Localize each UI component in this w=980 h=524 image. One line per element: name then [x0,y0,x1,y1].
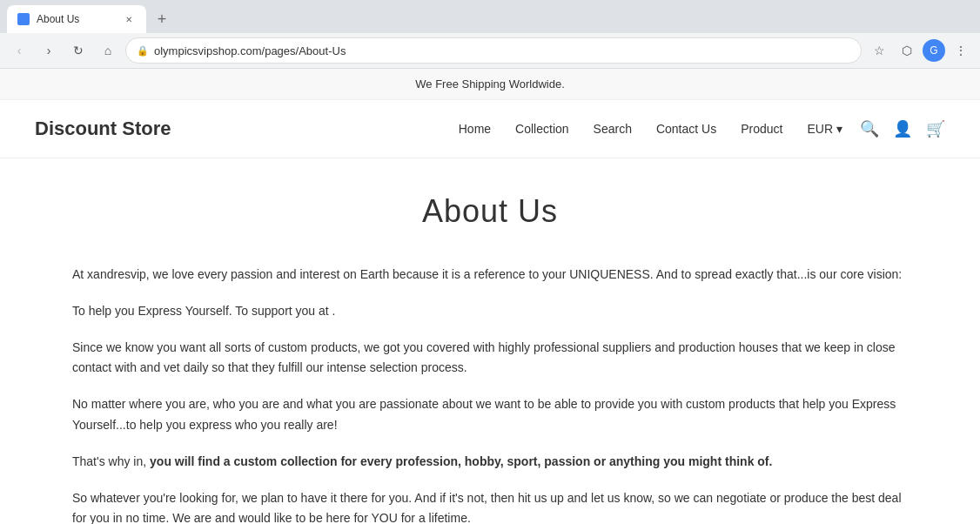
page-title: About Us [72,193,908,230]
nav-home[interactable]: Home [459,122,491,136]
address-bar[interactable]: 🔒 olympicsvipshop.com/pages/About-Us [125,37,862,64]
bookmark-icon[interactable]: ☆ [867,38,891,63]
active-tab[interactable]: About Us ✕ [7,5,146,33]
tab-bar: About Us ✕ + [0,0,980,33]
tab-close-button[interactable]: ✕ [122,12,136,26]
profile-icon[interactable]: G [923,39,945,62]
nav-search[interactable]: Search [594,122,632,136]
refresh-button[interactable]: ↻ [66,38,91,63]
toolbar-right: ☆ ⬡ G ⋮ [867,38,973,63]
paragraph-4: No matter where you are, who you are and… [72,394,908,436]
search-icon[interactable]: 🔍 [860,119,879,138]
account-icon[interactable]: 👤 [893,119,912,138]
cart-icon[interactable]: 🛒 [926,119,945,138]
url-text: olympicsvipshop.com/pages/About-Us [154,44,850,57]
nav-product[interactable]: Product [741,122,782,136]
forward-button[interactable]: › [37,38,61,63]
paragraph-2: To help you Express Yourself. To support… [72,301,908,322]
paragraph-5-bold: you will find a custom collection for ev… [150,454,772,468]
secure-icon: 🔒 [137,45,149,57]
back-button[interactable]: ‹ [7,38,31,63]
browser-toolbar: ‹ › ↻ ⌂ 🔒 olympicsvipshop.com/pages/Abou… [0,33,980,68]
menu-icon[interactable]: ⋮ [949,38,973,63]
paragraph-6: So whatever you're looking for, we plan … [72,488,908,524]
announcement-text: We Free Shipping Worldwide. [415,77,565,91]
site-header: Discount Store Home Collection Search Co… [0,100,980,158]
currency-selector[interactable]: EUR ▾ [807,122,842,136]
paragraph-5-before: That's why in, [72,454,150,468]
site-nav: Home Collection Search Contact Us Produc… [459,122,842,136]
main-content: About Us At xandresvip, we love every pa… [55,158,925,524]
paragraph-5: That's why in, you will find a custom co… [72,452,908,473]
extensions-icon[interactable]: ⬡ [895,38,919,63]
currency-label: EUR [807,122,833,136]
header-icons: 🔍 👤 🛒 [860,119,945,138]
nav-contact[interactable]: Contact Us [656,122,716,136]
currency-arrow: ▾ [836,122,842,136]
paragraph-1: At xandresvip, we love every passion and… [72,265,908,286]
tab-title: About Us [37,13,79,25]
nav-collection[interactable]: Collection [515,122,568,136]
site-logo[interactable]: Discount Store [35,118,171,140]
paragraph-3: Since we know you want all sorts of cust… [72,338,908,380]
new-tab-button[interactable]: + [150,7,174,31]
content-body: At xandresvip, we love every passion and… [72,265,908,524]
browser-chrome: About Us ✕ + ‹ › ↻ ⌂ 🔒 olympicsvipshop.c… [0,0,980,69]
home-button[interactable]: ⌂ [96,38,120,63]
announcement-bar: We Free Shipping Worldwide. [0,69,980,100]
tab-favicon [17,13,30,25]
